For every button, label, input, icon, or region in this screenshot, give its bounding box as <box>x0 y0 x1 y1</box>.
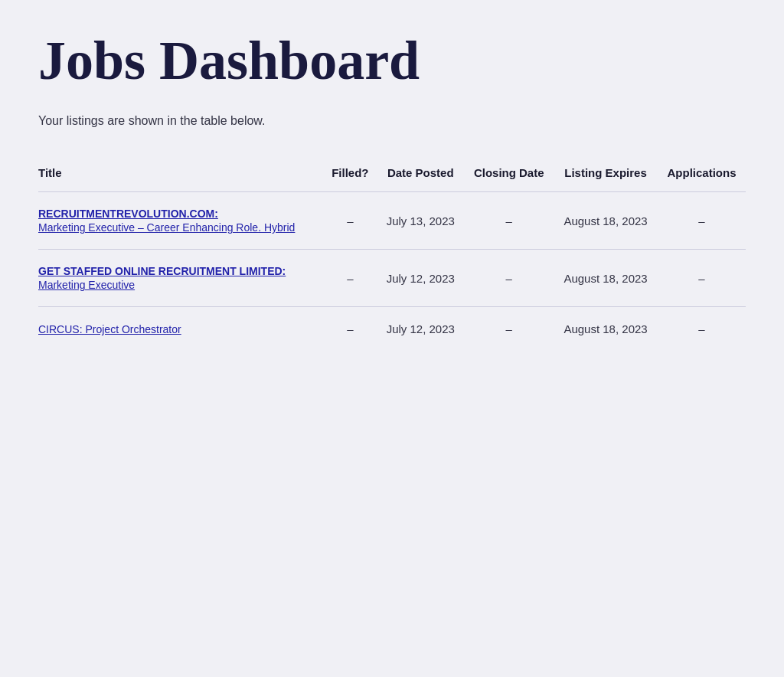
listing-expires-cell: August 18, 2023 <box>554 307 658 352</box>
job-title-link[interactable]: CIRCUS: Project Orchestrator <box>38 323 181 335</box>
job-title-link[interactable]: Marketing Executive <box>38 279 317 291</box>
job-title-link[interactable]: Marketing Executive – Career Enhancing R… <box>38 221 317 234</box>
job-title-cell: GET STAFFED ONLINE RECRUITMENT LIMITED:M… <box>38 250 323 307</box>
date-posted-cell: July 13, 2023 <box>377 192 464 250</box>
job-title-cell: RECRUITMENTREVOLUTION.COM:Marketing Exec… <box>38 192 323 250</box>
col-header-applications: Applications <box>658 159 746 192</box>
listing-expires-cell: August 18, 2023 <box>554 192 658 250</box>
filled-cell: – <box>323 250 377 307</box>
filled-cell: – <box>323 307 377 352</box>
closing-date-cell: – <box>464 250 554 307</box>
job-title-cell: CIRCUS: Project Orchestrator <box>38 307 323 352</box>
applications-cell: – <box>658 250 746 307</box>
date-posted-cell: July 12, 2023 <box>377 250 464 307</box>
table-row: CIRCUS: Project Orchestrator–July 12, 20… <box>38 307 746 352</box>
filled-cell: – <box>323 192 377 250</box>
applications-cell: – <box>658 307 746 352</box>
page-subtitle: Your listings are shown in the table bel… <box>38 114 746 128</box>
table-row: RECRUITMENTREVOLUTION.COM:Marketing Exec… <box>38 192 746 250</box>
job-company-link[interactable]: GET STAFFED ONLINE RECRUITMENT LIMITED: <box>38 265 317 277</box>
table-row: GET STAFFED ONLINE RECRUITMENT LIMITED:M… <box>38 250 746 307</box>
col-header-listing-expires: Listing Expires <box>554 159 658 192</box>
col-header-filled: Filled? <box>323 159 377 192</box>
applications-cell: – <box>658 192 746 250</box>
page-title: Jobs Dashboard <box>38 31 746 91</box>
col-header-date-posted: Date Posted <box>377 159 464 192</box>
closing-date-cell: – <box>464 192 554 250</box>
date-posted-cell: July 12, 2023 <box>377 307 464 352</box>
jobs-table: Title Filled? Date Posted Closing Date L… <box>38 159 746 351</box>
job-company-link[interactable]: RECRUITMENTREVOLUTION.COM: <box>38 208 317 220</box>
listing-expires-cell: August 18, 2023 <box>554 250 658 307</box>
col-header-title: Title <box>38 159 323 192</box>
col-header-closing-date: Closing Date <box>464 159 554 192</box>
closing-date-cell: – <box>464 307 554 352</box>
